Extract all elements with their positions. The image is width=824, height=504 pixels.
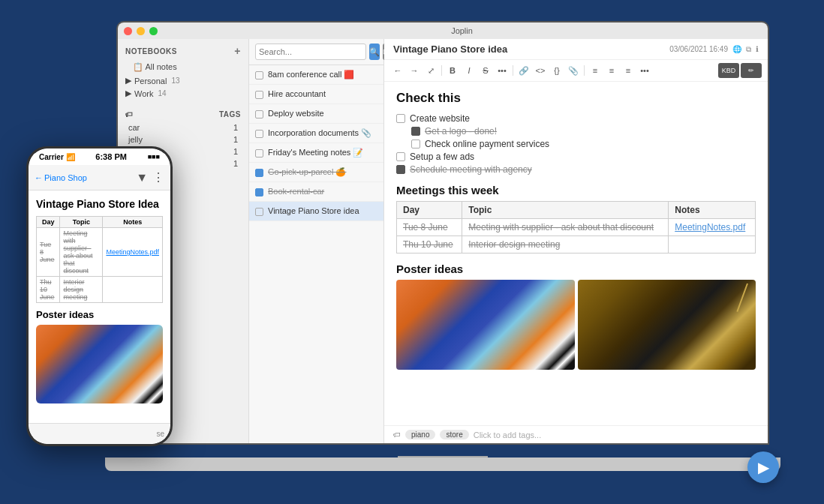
link-btn[interactable]: 🔗 [516,63,531,78]
code-block-btn[interactable]: {} [549,63,564,78]
notebooks-header: NOTEBOOKS + [118,39,248,60]
phone-th-day: Day [37,217,60,228]
table-header-topic: Topic [462,202,669,219]
toolbar-right: KBD ✏ [718,63,762,78]
note-checkbox-0 [255,71,263,80]
note-checkbox-1 [255,91,263,99]
note-item-0[interactable]: 8am conference call 🟥 [249,65,383,85]
phone-dropdown-icon[interactable]: ▼ [136,171,148,184]
add-notebook-button[interactable]: + [234,45,241,57]
search-button[interactable]: 🔍 [369,44,380,60]
note-list: 🔍 ⊞ 8am conference call 🟥 Hire accountan… [249,39,384,443]
note-title-header: Vintage Piano Store idea [393,44,507,55]
strikethrough-btn[interactable]: S [478,63,493,78]
tag-chip-store[interactable]: store [440,430,468,440]
forward-btn[interactable]: → [407,63,422,78]
more-btn-2[interactable]: ••• [637,63,652,78]
phone-td-topic-1: Meeting with supplier - ask about that d… [60,228,103,277]
check-list-btn[interactable]: ≡ [621,63,636,78]
bold-btn[interactable]: B [445,63,460,78]
note-item-3[interactable]: Incorporation documents 📎 [249,124,383,143]
close-button[interactable] [124,27,132,35]
toolbar-separator-1 [441,65,442,76]
check-item-2[interactable]: Check online payment services [411,139,756,149]
laptop-base [105,458,780,471]
list-btn[interactable]: ≡ [588,63,603,78]
note-label-0: 8am conference call 🟥 [268,70,355,80]
note-meta: 03/06/2021 16:49 🌐 ⧉ ℹ [669,45,759,54]
note-checkbox-3 [255,130,263,138]
note-checkbox-4 [255,149,263,158]
check-item-0[interactable]: Create website [396,113,756,124]
tag-item-jelly[interactable]: jelly 1 [118,134,248,146]
fab-button[interactable]: ▶ [747,452,779,483]
note-label-6: Book-rental-car [268,187,324,196]
phone-more-icon[interactable]: ⋮ [152,170,164,184]
phone-back-button[interactable]: ← Piano Shop [35,173,87,182]
attach-btn[interactable]: 📎 [566,63,581,78]
check-item-1[interactable]: Get a logo - done! [411,126,756,136]
code-btn[interactable]: <> [533,63,548,78]
search-input[interactable] [255,44,366,60]
note-item-4[interactable]: Friday's Meeting notes 📝 [249,143,383,163]
vinyl-arm [736,284,748,312]
check-label-3: Setup a few ads [410,152,474,162]
note-item-5[interactable]: Go-pick-up-parcel 🍊 [249,163,383,182]
check-item-4[interactable]: Schedule meeting with agency [396,164,756,175]
chevron-right-icon: ▶ [125,76,131,86]
note-checkbox-2 [255,110,263,118]
note-item-6[interactable]: Book-rental-car [249,182,383,202]
editor-toolbar: ← → ⤢ B I S ••• 🔗 <> {} 📎 ≡ ≡ ≡ [384,60,768,82]
table-cell-notes-1: MeetingNotes.pdf [669,219,756,236]
all-notes-item[interactable]: 📋 All notes [118,60,248,74]
italic-btn[interactable]: I [462,63,477,78]
add-tags-text[interactable]: Click to add tags... [474,430,542,440]
note-checkbox-5 [255,169,263,177]
tags-header: 🏷 TAGS [118,104,248,122]
fab-icon: ▶ [758,458,769,476]
more-btn-1[interactable]: ••• [495,63,510,78]
back-btn[interactable]: ← [390,63,405,78]
note-checkbox-6 [255,188,263,196]
all-notes-label: All notes [145,62,176,71]
info-icon: ℹ [756,45,759,53]
search-bar: 🔍 ⊞ [249,39,383,65]
phone-note-title: Vintage Piano Store Idea [36,198,163,210]
editor-header: Vintage Piano Store idea 03/06/2021 16:4… [384,39,768,60]
note-item-1[interactable]: Hire accountant [249,85,383,104]
phone-carrier: Carrier 📶 [39,153,75,161]
poster-image-piano [396,280,575,370]
editor-content: Check this Create website Get a logo - d… [384,82,768,425]
tag-jelly-count: 1 [233,135,238,144]
note-item-2[interactable]: Deploy website [249,104,383,124]
list-ordered-btn[interactable]: ≡ [604,63,619,78]
phone-meetings-table: Day Topic Notes Tue 8 June Meeting with … [36,216,163,303]
sidebar-item-personal[interactable]: ▶ Personal 13 [118,74,248,87]
sidebar-item-work[interactable]: ▶ Work 14 [118,87,248,100]
phone-battery: ■■■ [148,153,160,160]
tags-label: TAGS [219,110,241,118]
phone-th-notes: Notes [103,217,163,228]
editor-area: Vintage Piano Store idea 03/06/2021 16:4… [384,39,768,443]
tag-piano-count: 1 [233,147,238,156]
phone-screen: Carrier 📶 6:38 PM ■■■ ← Piano Shop ▼ ⋮ V… [29,148,170,444]
toggle-editor-btn[interactable]: KBD [718,63,739,78]
edit-mode-btn[interactable]: ✏ [741,63,762,78]
phone-back-label: Piano Shop [44,173,87,182]
piano-keys-image [396,280,575,370]
phone-meeting-link[interactable]: MeetingNotes.pdf [106,248,159,256]
note-label-4: Friday's Meeting notes 📝 [268,148,363,158]
minimize-button[interactable] [137,27,145,35]
phone-poster-image [36,325,163,404]
tag-item-car[interactable]: car 1 [118,122,248,134]
check-item-3[interactable]: Setup a few ads [396,152,756,162]
check-label-4: Schedule meeting with agency [410,164,532,175]
back-arrow-icon: ← [35,173,43,182]
note-date: 03/06/2021 16:49 [669,45,728,53]
tag-chip-piano[interactable]: piano [405,430,435,440]
app-body: NOTEBOOKS + 📋 All notes ▶ Personal 13 ▶ … [118,39,768,443]
maximize-button[interactable] [149,27,158,35]
meeting-notes-link-1[interactable]: MeetingNotes.pdf [675,222,745,232]
note-item-7[interactable]: Vintage Piano Store idea [249,202,383,221]
external-edit-btn[interactable]: ⤢ [423,63,438,78]
